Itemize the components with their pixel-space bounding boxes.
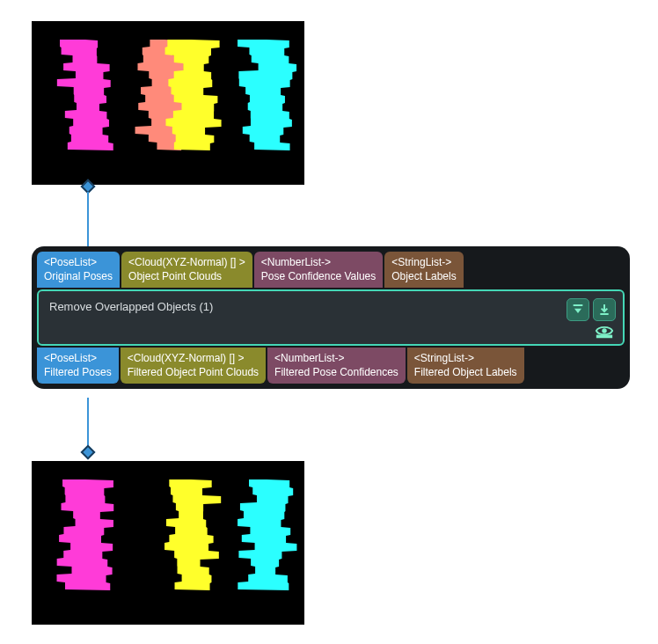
port-type: <NumberList-> xyxy=(261,256,331,268)
input-port-pose-confidence-values[interactable]: <NumberList-> Pose Confidence Values xyxy=(254,252,384,288)
visibility-icon[interactable] xyxy=(595,321,614,340)
port-label: Filtered Object Labels xyxy=(414,366,517,378)
output-port-filtered-poses[interactable]: <PoseList> Filtered Poses xyxy=(37,348,119,384)
input-port-original-poses[interactable]: <PoseList> Original Poses xyxy=(37,252,120,288)
port-label: Object Labels xyxy=(391,270,456,282)
node-remove-overlapped-objects[interactable]: <PoseList> Original Poses <Cloud(XYZ-Nor… xyxy=(32,246,630,389)
svg-rect-1 xyxy=(600,313,608,315)
output-preview-image xyxy=(32,461,304,625)
port-label: Filtered Pose Confidences xyxy=(274,366,398,378)
output-port-filtered-pose-confidences[interactable]: <NumberList-> Filtered Pose Confidences xyxy=(267,348,406,384)
input-preview-image xyxy=(32,21,304,185)
port-type: <PoseList> xyxy=(44,256,97,268)
output-port-filtered-object-point-clouds[interactable]: <Cloud(XYZ-Normal) [] > Filtered Object … xyxy=(121,348,266,384)
port-label: Filtered Object Point Clouds xyxy=(128,366,259,378)
port-type: <PoseList> xyxy=(44,352,97,364)
output-preview-svg xyxy=(33,462,305,626)
download-icon[interactable] xyxy=(593,298,616,321)
input-port-row: <PoseList> Original Poses <Cloud(XYZ-Nor… xyxy=(35,250,626,288)
port-label: Filtered Poses xyxy=(44,366,112,378)
node-title: Remove Overlapped Objects (1) xyxy=(49,300,614,313)
port-label: Pose Confidence Values xyxy=(261,270,377,282)
output-port-filtered-object-labels[interactable]: <StringList-> Filtered Object Labels xyxy=(407,348,524,384)
port-label: Original Poses xyxy=(44,270,113,282)
port-type: <Cloud(XYZ-Normal) [] > xyxy=(128,256,245,268)
input-port-object-point-clouds[interactable]: <Cloud(XYZ-Normal) [] > Object Point Clo… xyxy=(121,252,252,288)
connection-line-top xyxy=(87,192,89,250)
input-port-object-labels[interactable]: <StringList-> Object Labels xyxy=(384,252,463,288)
port-label: Object Point Clouds xyxy=(128,270,222,282)
port-type: <Cloud(XYZ-Normal) [] > xyxy=(128,352,245,364)
svg-rect-3 xyxy=(596,335,612,339)
output-port-row: <PoseList> Filtered Poses <Cloud(XYZ-Nor… xyxy=(35,348,626,385)
port-type: <NumberList-> xyxy=(274,352,344,364)
port-type: <StringList-> xyxy=(391,256,451,268)
node-body[interactable]: Remove Overlapped Objects (1) xyxy=(37,289,625,346)
connector-diamond-bottom xyxy=(81,445,96,460)
port-type: <StringList-> xyxy=(414,352,474,364)
svg-rect-0 xyxy=(574,304,583,306)
node-action-icons xyxy=(567,298,616,321)
svg-point-2 xyxy=(602,328,607,333)
expand-icon[interactable] xyxy=(567,298,589,321)
input-preview-svg xyxy=(33,22,305,186)
connection-line-bottom xyxy=(87,398,89,449)
